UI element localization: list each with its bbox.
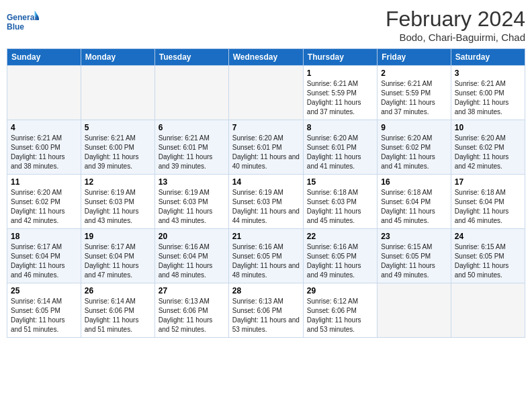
day-number: 17 xyxy=(455,177,521,187)
svg-marker-3 xyxy=(36,13,39,20)
day-number: 5 xyxy=(85,123,151,132)
calendar-cell: 8Sunrise: 6:20 AMSunset: 6:01 PMDaylight… xyxy=(303,120,377,175)
logo-svg: General Blue xyxy=(7,7,39,39)
day-number: 27 xyxy=(159,286,225,295)
calendar-cell: 28Sunrise: 6:13 AMSunset: 6:06 PMDayligh… xyxy=(228,283,303,338)
calendar-cell: 7Sunrise: 6:20 AMSunset: 6:01 PMDaylight… xyxy=(228,120,303,175)
col-header-wednesday: Wednesday xyxy=(228,49,303,66)
calendar-cell xyxy=(7,66,81,120)
calendar-cell xyxy=(81,66,154,120)
col-header-monday: Monday xyxy=(81,49,154,66)
day-info: Sunrise: 6:13 AMSunset: 6:06 PMDaylight:… xyxy=(159,297,225,334)
calendar-table: SundayMondayTuesdayWednesdayThursdayFrid… xyxy=(7,48,525,338)
calendar-cell: 13Sunrise: 6:19 AMSunset: 6:03 PMDayligh… xyxy=(154,175,228,229)
svg-text:General: General xyxy=(7,13,37,22)
calendar-cell: 10Sunrise: 6:20 AMSunset: 6:02 PMDayligh… xyxy=(451,120,525,175)
day-number: 7 xyxy=(232,123,300,132)
col-header-sunday: Sunday xyxy=(7,49,81,66)
day-info: Sunrise: 6:18 AMSunset: 6:04 PMDaylight:… xyxy=(455,188,521,226)
calendar-cell: 3Sunrise: 6:21 AMSunset: 6:00 PMDaylight… xyxy=(451,66,525,120)
day-number: 16 xyxy=(381,177,447,187)
day-info: Sunrise: 6:19 AMSunset: 6:03 PMDaylight:… xyxy=(232,188,300,226)
day-number: 28 xyxy=(232,286,300,295)
day-info: Sunrise: 6:13 AMSunset: 6:06 PMDaylight:… xyxy=(232,297,300,334)
day-number: 9 xyxy=(381,123,447,132)
day-number: 23 xyxy=(381,232,447,241)
day-info: Sunrise: 6:20 AMSunset: 6:02 PMDaylight:… xyxy=(381,134,447,171)
page-header: General Blue February 2024 Bodo, Chari-B… xyxy=(7,7,525,43)
calendar-cell: 6Sunrise: 6:21 AMSunset: 6:01 PMDaylight… xyxy=(154,120,228,175)
day-number: 18 xyxy=(11,232,77,241)
day-info: Sunrise: 6:14 AMSunset: 6:06 PMDaylight:… xyxy=(85,297,151,334)
day-number: 19 xyxy=(85,232,151,241)
calendar-cell: 14Sunrise: 6:19 AMSunset: 6:03 PMDayligh… xyxy=(228,175,303,229)
day-info: Sunrise: 6:19 AMSunset: 6:03 PMDaylight:… xyxy=(159,188,225,226)
day-info: Sunrise: 6:12 AMSunset: 6:06 PMDaylight:… xyxy=(307,297,373,334)
day-info: Sunrise: 6:21 AMSunset: 6:00 PMDaylight:… xyxy=(11,134,77,171)
day-info: Sunrise: 6:16 AMSunset: 6:04 PMDaylight:… xyxy=(159,242,225,280)
col-header-thursday: Thursday xyxy=(303,49,377,66)
day-info: Sunrise: 6:15 AMSunset: 6:05 PMDaylight:… xyxy=(455,242,521,280)
day-info: Sunrise: 6:14 AMSunset: 6:05 PMDaylight:… xyxy=(11,297,77,334)
day-number: 6 xyxy=(159,123,225,132)
day-number: 24 xyxy=(455,232,521,241)
day-number: 26 xyxy=(85,286,151,295)
day-number: 20 xyxy=(159,232,225,241)
title-area: February 2024 Bodo, Chari-Baguirmi, Chad xyxy=(386,7,525,43)
day-number: 14 xyxy=(232,177,300,187)
day-info: Sunrise: 6:21 AMSunset: 5:59 PMDaylight:… xyxy=(307,79,373,117)
location-subtitle: Bodo, Chari-Baguirmi, Chad xyxy=(386,32,525,43)
day-number: 8 xyxy=(307,123,373,132)
calendar-cell xyxy=(378,283,451,338)
calendar-cell: 16Sunrise: 6:18 AMSunset: 6:04 PMDayligh… xyxy=(378,175,451,229)
day-info: Sunrise: 6:18 AMSunset: 6:04 PMDaylight:… xyxy=(381,188,447,226)
day-info: Sunrise: 6:21 AMSunset: 6:01 PMDaylight:… xyxy=(159,134,225,171)
day-info: Sunrise: 6:19 AMSunset: 6:03 PMDaylight:… xyxy=(85,188,151,226)
calendar-cell: 23Sunrise: 6:15 AMSunset: 6:05 PMDayligh… xyxy=(378,229,451,283)
calendar-cell: 19Sunrise: 6:17 AMSunset: 6:04 PMDayligh… xyxy=(81,229,154,283)
calendar-cell: 26Sunrise: 6:14 AMSunset: 6:06 PMDayligh… xyxy=(81,283,154,338)
calendar-cell: 27Sunrise: 6:13 AMSunset: 6:06 PMDayligh… xyxy=(154,283,228,338)
calendar-cell: 5Sunrise: 6:21 AMSunset: 6:00 PMDaylight… xyxy=(81,120,154,175)
calendar-cell: 24Sunrise: 6:15 AMSunset: 6:05 PMDayligh… xyxy=(451,229,525,283)
day-info: Sunrise: 6:20 AMSunset: 6:02 PMDaylight:… xyxy=(11,188,77,226)
day-number: 15 xyxy=(307,177,373,187)
day-info: Sunrise: 6:17 AMSunset: 6:04 PMDaylight:… xyxy=(85,242,151,280)
col-header-friday: Friday xyxy=(378,49,451,66)
calendar-cell xyxy=(451,283,525,338)
day-info: Sunrise: 6:21 AMSunset: 6:00 PMDaylight:… xyxy=(455,79,521,117)
day-number: 11 xyxy=(11,177,77,187)
day-info: Sunrise: 6:20 AMSunset: 6:01 PMDaylight:… xyxy=(232,134,300,171)
month-year-title: February 2024 xyxy=(386,7,525,32)
day-number: 2 xyxy=(381,68,447,78)
logo: General Blue xyxy=(7,7,39,39)
day-number: 21 xyxy=(232,232,300,241)
day-info: Sunrise: 6:20 AMSunset: 6:01 PMDaylight:… xyxy=(307,134,373,171)
day-number: 12 xyxy=(85,177,151,187)
calendar-cell: 12Sunrise: 6:19 AMSunset: 6:03 PMDayligh… xyxy=(81,175,154,229)
calendar-cell xyxy=(154,66,228,120)
col-header-saturday: Saturday xyxy=(451,49,525,66)
day-info: Sunrise: 6:16 AMSunset: 6:05 PMDaylight:… xyxy=(307,242,373,280)
calendar-cell: 22Sunrise: 6:16 AMSunset: 6:05 PMDayligh… xyxy=(303,229,377,283)
svg-text:Blue: Blue xyxy=(7,22,24,32)
day-number: 3 xyxy=(455,68,521,78)
calendar-cell: 21Sunrise: 6:16 AMSunset: 6:05 PMDayligh… xyxy=(228,229,303,283)
day-number: 4 xyxy=(11,123,77,132)
day-info: Sunrise: 6:21 AMSunset: 6:00 PMDaylight:… xyxy=(85,134,151,171)
calendar-cell: 4Sunrise: 6:21 AMSunset: 6:00 PMDaylight… xyxy=(7,120,81,175)
day-number: 29 xyxy=(307,286,373,295)
day-info: Sunrise: 6:15 AMSunset: 6:05 PMDaylight:… xyxy=(381,242,447,280)
calendar-cell: 9Sunrise: 6:20 AMSunset: 6:02 PMDaylight… xyxy=(378,120,451,175)
calendar-cell: 20Sunrise: 6:16 AMSunset: 6:04 PMDayligh… xyxy=(154,229,228,283)
calendar-cell: 1Sunrise: 6:21 AMSunset: 5:59 PMDaylight… xyxy=(303,66,377,120)
calendar-cell: 2Sunrise: 6:21 AMSunset: 5:59 PMDaylight… xyxy=(378,66,451,120)
day-number: 25 xyxy=(11,286,77,295)
day-info: Sunrise: 6:17 AMSunset: 6:04 PMDaylight:… xyxy=(11,242,77,280)
calendar-cell: 29Sunrise: 6:12 AMSunset: 6:06 PMDayligh… xyxy=(303,283,377,338)
day-number: 1 xyxy=(307,68,373,78)
calendar-cell: 15Sunrise: 6:18 AMSunset: 6:03 PMDayligh… xyxy=(303,175,377,229)
day-number: 22 xyxy=(307,232,373,241)
calendar-cell: 17Sunrise: 6:18 AMSunset: 6:04 PMDayligh… xyxy=(451,175,525,229)
calendar-cell: 11Sunrise: 6:20 AMSunset: 6:02 PMDayligh… xyxy=(7,175,81,229)
